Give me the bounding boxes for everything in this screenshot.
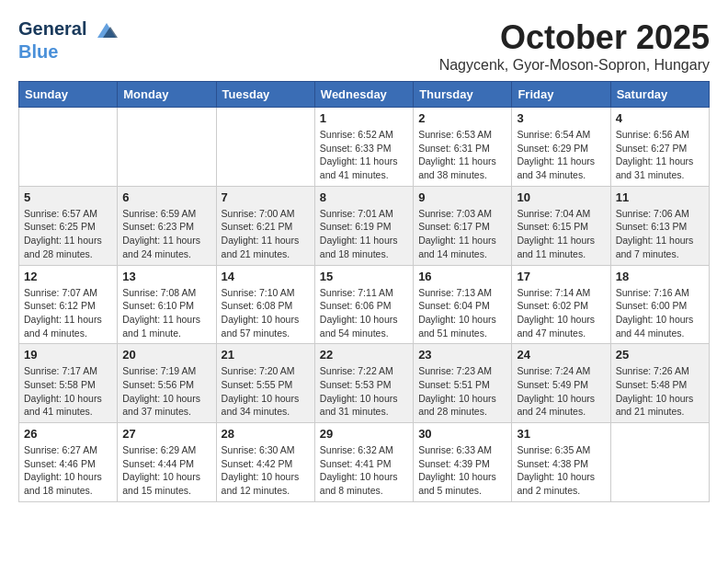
day-info: Sunrise: 6:27 AM Sunset: 4:46 PM Dayligh… [24, 443, 112, 498]
day-number: 24 [517, 348, 605, 362]
calendar-cell: 22Sunrise: 7:22 AM Sunset: 5:53 PM Dayli… [314, 344, 413, 423]
day-number: 6 [122, 190, 210, 204]
day-number: 18 [616, 270, 704, 283]
calendar-cell: 25Sunrise: 7:26 AM Sunset: 5:48 PM Dayli… [610, 344, 709, 423]
day-number: 30 [418, 427, 506, 441]
day-number: 10 [517, 190, 605, 204]
day-number: 21 [222, 348, 310, 362]
calendar-cell: 1Sunrise: 6:52 AM Sunset: 6:33 PM Daylig… [314, 108, 413, 187]
day-info: Sunrise: 7:19 AM Sunset: 5:56 PM Dayligh… [122, 364, 210, 419]
day-number: 5 [24, 190, 112, 204]
calendar-cell: 27Sunrise: 6:29 AM Sunset: 4:44 PM Dayli… [118, 423, 216, 502]
calendar-cell: 29Sunrise: 6:32 AM Sunset: 4:41 PM Dayli… [314, 423, 413, 502]
day-info: Sunrise: 6:54 AM Sunset: 6:29 PM Dayligh… [517, 128, 605, 182]
day-info: Sunrise: 7:24 AM Sunset: 5:49 PM Dayligh… [517, 364, 605, 419]
day-number: 8 [320, 190, 408, 204]
weekday-header: Monday [118, 82, 216, 108]
day-info: Sunrise: 7:10 AM Sunset: 6:08 PM Dayligh… [222, 286, 310, 340]
calendar-cell: 18Sunrise: 7:16 AM Sunset: 6:00 PM Dayli… [610, 265, 709, 344]
calendar-cell: 30Sunrise: 6:33 AM Sunset: 4:39 PM Dayli… [414, 423, 512, 502]
weekday-header: Sunday [19, 82, 118, 108]
day-info: Sunrise: 7:08 AM Sunset: 6:10 PM Dayligh… [122, 286, 210, 340]
day-number: 13 [122, 270, 210, 283]
day-info: Sunrise: 7:14 AM Sunset: 6:02 PM Dayligh… [517, 286, 605, 340]
calendar-week-row: 5Sunrise: 6:57 AM Sunset: 6:25 PM Daylig… [19, 186, 710, 265]
day-info: Sunrise: 6:52 AM Sunset: 6:33 PM Dayligh… [320, 128, 408, 182]
weekday-header: Tuesday [216, 82, 314, 108]
day-info: Sunrise: 6:30 AM Sunset: 4:42 PM Dayligh… [222, 443, 310, 498]
calendar-cell: 17Sunrise: 7:14 AM Sunset: 6:02 PM Dayli… [512, 265, 610, 344]
day-info: Sunrise: 7:11 AM Sunset: 6:06 PM Dayligh… [320, 286, 408, 340]
calendar-cell: 26Sunrise: 6:27 AM Sunset: 4:46 PM Dayli… [19, 423, 118, 502]
day-info: Sunrise: 7:06 AM Sunset: 6:13 PM Dayligh… [616, 207, 704, 261]
weekday-header: Saturday [610, 82, 709, 108]
day-info: Sunrise: 7:17 AM Sunset: 5:58 PM Dayligh… [24, 364, 112, 419]
day-number: 25 [616, 348, 704, 362]
day-number: 14 [222, 270, 310, 283]
day-number: 19 [24, 348, 112, 362]
calendar-week-row: 12Sunrise: 7:07 AM Sunset: 6:12 PM Dayli… [19, 265, 710, 344]
logo: General Blue [18, 18, 119, 62]
day-number: 29 [320, 427, 408, 441]
day-number: 4 [616, 111, 704, 125]
calendar-table: SundayMondayTuesdayWednesdayThursdayFrid… [18, 81, 710, 502]
calendar-cell: 23Sunrise: 7:23 AM Sunset: 5:51 PM Dayli… [414, 344, 512, 423]
day-info: Sunrise: 6:57 AM Sunset: 6:25 PM Dayligh… [24, 207, 112, 261]
calendar-cell: 31Sunrise: 6:35 AM Sunset: 4:38 PM Dayli… [512, 423, 610, 502]
day-info: Sunrise: 7:13 AM Sunset: 6:04 PM Dayligh… [418, 286, 506, 340]
calendar-cell: 4Sunrise: 6:56 AM Sunset: 6:27 PM Daylig… [610, 108, 709, 187]
calendar-cell: 7Sunrise: 7:00 AM Sunset: 6:21 PM Daylig… [216, 186, 314, 265]
calendar-cell: 9Sunrise: 7:03 AM Sunset: 6:17 PM Daylig… [414, 186, 512, 265]
calendar-cell: 15Sunrise: 7:11 AM Sunset: 6:06 PM Dayli… [314, 265, 413, 344]
day-number: 15 [320, 270, 408, 283]
day-number: 12 [24, 270, 112, 283]
day-info: Sunrise: 7:20 AM Sunset: 5:55 PM Dayligh… [222, 364, 310, 419]
day-number: 31 [517, 427, 605, 441]
day-info: Sunrise: 7:23 AM Sunset: 5:51 PM Dayligh… [418, 364, 506, 419]
day-number: 16 [418, 270, 506, 283]
calendar-cell [19, 108, 118, 187]
calendar-cell: 2Sunrise: 6:53 AM Sunset: 6:31 PM Daylig… [414, 108, 512, 187]
calendar-cell: 11Sunrise: 7:06 AM Sunset: 6:13 PM Dayli… [610, 186, 709, 265]
day-number: 23 [418, 348, 506, 362]
day-number: 20 [122, 348, 210, 362]
day-info: Sunrise: 7:26 AM Sunset: 5:48 PM Dayligh… [616, 364, 704, 419]
calendar-cell: 12Sunrise: 7:07 AM Sunset: 6:12 PM Dayli… [19, 265, 118, 344]
calendar-cell: 8Sunrise: 7:01 AM Sunset: 6:19 PM Daylig… [314, 186, 413, 265]
calendar-cell [610, 423, 709, 502]
day-info: Sunrise: 6:32 AM Sunset: 4:41 PM Dayligh… [320, 443, 408, 498]
calendar-cell: 13Sunrise: 7:08 AM Sunset: 6:10 PM Dayli… [118, 265, 216, 344]
day-info: Sunrise: 6:29 AM Sunset: 4:44 PM Dayligh… [122, 443, 210, 498]
calendar-cell: 5Sunrise: 6:57 AM Sunset: 6:25 PM Daylig… [19, 186, 118, 265]
title-area: October 2025 Nagycenk, Gyor-Moson-Sopron… [439, 18, 710, 74]
calendar-week-row: 26Sunrise: 6:27 AM Sunset: 4:46 PM Dayli… [19, 423, 710, 502]
day-info: Sunrise: 6:56 AM Sunset: 6:27 PM Dayligh… [616, 128, 704, 182]
day-number: 2 [418, 111, 506, 125]
calendar-cell: 24Sunrise: 7:24 AM Sunset: 5:49 PM Dayli… [512, 344, 610, 423]
logo-text: General [18, 18, 119, 41]
day-info: Sunrise: 6:35 AM Sunset: 4:38 PM Dayligh… [517, 443, 605, 498]
weekday-header: Friday [512, 82, 610, 108]
weekday-header: Wednesday [314, 82, 413, 108]
day-info: Sunrise: 6:59 AM Sunset: 6:23 PM Dayligh… [122, 207, 210, 261]
calendar-cell: 16Sunrise: 7:13 AM Sunset: 6:04 PM Dayli… [414, 265, 512, 344]
weekday-header: Thursday [414, 82, 512, 108]
day-number: 9 [418, 190, 506, 204]
calendar-cell: 6Sunrise: 6:59 AM Sunset: 6:23 PM Daylig… [118, 186, 216, 265]
location-title: Nagycenk, Gyor-Moson-Sopron, Hungary [439, 57, 710, 74]
calendar-cell: 28Sunrise: 6:30 AM Sunset: 4:42 PM Dayli… [216, 423, 314, 502]
weekday-header-row: SundayMondayTuesdayWednesdayThursdayFrid… [19, 82, 710, 108]
day-info: Sunrise: 7:22 AM Sunset: 5:53 PM Dayligh… [320, 364, 408, 419]
day-number: 11 [616, 190, 704, 204]
day-number: 3 [517, 111, 605, 125]
calendar-cell [216, 108, 314, 187]
header: General Blue October 2025 Nagycenk, Gyor… [18, 18, 710, 74]
day-info: Sunrise: 7:07 AM Sunset: 6:12 PM Dayligh… [24, 286, 112, 340]
logo-icon [94, 19, 119, 41]
day-info: Sunrise: 6:33 AM Sunset: 4:39 PM Dayligh… [418, 443, 506, 498]
calendar-week-row: 19Sunrise: 7:17 AM Sunset: 5:58 PM Dayli… [19, 344, 710, 423]
calendar-cell: 3Sunrise: 6:54 AM Sunset: 6:29 PM Daylig… [512, 108, 610, 187]
day-info: Sunrise: 7:16 AM Sunset: 6:00 PM Dayligh… [616, 286, 704, 340]
day-number: 27 [122, 427, 210, 441]
calendar-cell: 19Sunrise: 7:17 AM Sunset: 5:58 PM Dayli… [19, 344, 118, 423]
